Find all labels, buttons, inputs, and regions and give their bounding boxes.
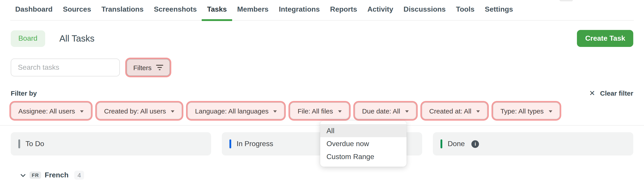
nav-item-tasks[interactable]: Tasks <box>207 5 227 13</box>
nav-item-sources[interactable]: Sources <box>63 5 91 13</box>
search-row: Filters <box>11 58 633 76</box>
filter-chip-language[interactable]: Language: All languages <box>188 102 285 119</box>
chevron-down-icon <box>405 110 408 112</box>
nav-item-tools[interactable]: Tools <box>456 5 474 13</box>
column-done-label: Done <box>448 140 465 148</box>
nav-item-settings[interactable]: Settings <box>485 5 513 13</box>
toolbar: Board All Tasks Create Task <box>11 30 633 47</box>
filter-chip-label: Due date: All <box>362 107 400 115</box>
language-code-badge: FR <box>30 172 41 179</box>
filter-lines-icon <box>156 65 163 70</box>
filters-button-label: Filters <box>133 64 152 71</box>
language-group-row: FR French 4 <box>20 171 644 180</box>
nav-item-screenshots[interactable]: Screenshots <box>154 5 197 13</box>
nav-item-activity[interactable]: Activity <box>368 5 393 13</box>
nav-item-translations[interactable]: Translations <box>101 5 144 13</box>
due-date-option-overdue-now[interactable]: Overdue now <box>320 137 406 150</box>
column-in-progress-label: In Progress <box>236 140 273 148</box>
column-done[interactable]: Done i <box>433 132 633 156</box>
create-task-button[interactable]: Create Task <box>577 30 633 47</box>
nav-item-dashboard[interactable]: Dashboard <box>15 5 52 13</box>
filter-chip-type[interactable]: Type: All types <box>493 102 560 119</box>
due-date-option-all[interactable]: All <box>320 124 406 137</box>
chevron-down-icon[interactable] <box>20 172 26 179</box>
x-icon: ✕ <box>589 90 595 97</box>
filter-chip-label: Type: All types <box>500 107 544 115</box>
clear-filter-button[interactable]: ✕ Clear filter <box>589 89 633 97</box>
nav-item-reports[interactable]: Reports <box>330 5 357 13</box>
filter-chip-due-date[interactable]: Due date: All <box>354 102 416 119</box>
filter-by-label: Filter by <box>11 89 37 97</box>
board-view-toggle[interactable]: Board <box>11 30 45 47</box>
filters-button[interactable]: Filters <box>126 59 170 76</box>
filter-chip-label: Assignee: All users <box>18 107 75 115</box>
due-date-option-custom-range[interactable]: Custom Range <box>320 150 406 163</box>
done-status-bar-icon <box>440 139 442 148</box>
in-progress-status-bar-icon <box>230 139 231 148</box>
chevron-down-icon <box>548 110 552 112</box>
page-title: All Tasks <box>59 33 94 43</box>
main-nav: Dashboard Sources Translations Screensho… <box>10 0 634 20</box>
due-date-dropdown-menu: All Overdue now Custom Range <box>320 121 406 167</box>
nav-item-discussions[interactable]: Discussions <box>404 5 446 13</box>
filter-chip-label: Created by: All users <box>104 107 166 115</box>
nav-item-integrations[interactable]: Integrations <box>279 5 320 13</box>
filter-chip-label: Created at: All <box>429 107 471 115</box>
chevron-down-icon <box>338 110 342 112</box>
search-input[interactable] <box>11 58 120 76</box>
column-todo[interactable]: To Do <box>11 132 211 156</box>
filter-chip-created-at[interactable]: Created at: All <box>422 102 487 119</box>
language-task-count-badge: 4 <box>74 171 84 180</box>
clear-filter-label: Clear filter <box>600 89 633 97</box>
tasks-page: Dashboard Sources Translations Screensho… <box>0 0 644 189</box>
nav-item-members[interactable]: Members <box>237 5 268 13</box>
todo-status-bar-icon <box>18 139 20 148</box>
chevron-down-icon <box>80 110 84 112</box>
language-name: French <box>45 171 69 179</box>
info-icon[interactable]: i <box>472 140 479 148</box>
cutoff-overlay-fragment <box>560 0 573 1</box>
chevron-down-icon <box>274 110 277 112</box>
column-todo-label: To Do <box>26 140 44 148</box>
filter-chip-label: File: All files <box>298 107 333 115</box>
filter-chip-file[interactable]: File: All files <box>290 102 349 119</box>
filter-panel-header: Filter by ✕ Clear filter <box>11 89 633 97</box>
filter-chips-row: Assignee: All users Created by: All user… <box>11 101 633 121</box>
filter-chip-created-by[interactable]: Created by: All users <box>96 102 182 119</box>
filter-chip-label: Language: All languages <box>195 107 268 115</box>
filter-chip-assignee[interactable]: Assignee: All users <box>11 102 91 119</box>
chevron-down-icon <box>171 110 174 112</box>
chevron-down-icon <box>476 110 480 112</box>
